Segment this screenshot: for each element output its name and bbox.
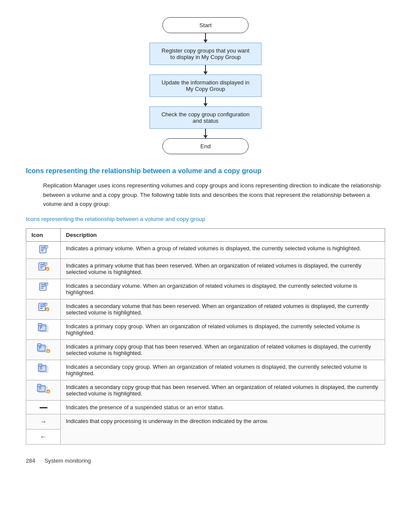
dash-symbol	[40, 407, 47, 408]
table-header-description: Description	[61, 228, 385, 241]
table-row: P Indicates a primary copy group. When a…	[26, 319, 385, 339]
svg-rect-15	[41, 284, 45, 285]
primary-volume-icon: P	[26, 241, 61, 258]
svg-text:P: P	[46, 246, 48, 249]
table-row: S R Indicates a secondary copy group tha…	[26, 380, 385, 400]
table-row-desc-9: Indicates the presence of a suspended st…	[61, 400, 385, 414]
icon-table: Icon Description P Indicates a primary v…	[26, 228, 385, 445]
end-node: End	[162, 138, 249, 154]
svg-text:R: R	[47, 308, 48, 311]
flow-step-2-label: Update the information displayed in My C…	[162, 79, 249, 92]
subsection-link[interactable]: Icons representing the relationship betw…	[26, 216, 385, 222]
table-row: P R Indicates a primary copy group that …	[26, 339, 385, 360]
svg-text:R: R	[47, 391, 49, 393]
svg-rect-1	[41, 247, 45, 248]
flow-step-3-label: Check the copy group configuration and s…	[162, 111, 250, 124]
svg-rect-21	[40, 305, 44, 305]
page-number: 284	[26, 457, 35, 464]
secondary-volume-reserved-icon: S R	[26, 299, 61, 319]
svg-rect-3	[41, 250, 44, 251]
flow-step-2: Update the information displayed in My C…	[149, 75, 262, 97]
footer: 284 System monitoring	[26, 457, 385, 464]
flow-step-1: Register copy groups that you want to di…	[149, 43, 262, 65]
secondary-copy-group-reserved-icon: S R	[26, 380, 61, 400]
flow-step-1-label: Register copy groups that you want to di…	[162, 47, 249, 60]
table-row-desc-5: Indicates a primary copy group. When an …	[61, 319, 385, 339]
svg-text:P: P	[45, 263, 47, 266]
svg-rect-22	[40, 306, 44, 307]
svg-rect-17	[41, 288, 44, 289]
table-row-desc-7: Indicates a secondary copy group. When a…	[61, 360, 385, 380]
table-row: S Indicates a secondary volume. When an …	[26, 279, 385, 299]
table-row: Indicates the presence of a suspended st…	[26, 400, 385, 414]
suspended-error-icon	[26, 400, 61, 414]
svg-rect-8	[40, 266, 44, 267]
table-row-desc-4: Indicates a secondary volume that has be…	[61, 299, 385, 319]
primary-copy-group-reserved-icon: P R	[26, 339, 61, 360]
flow-arrow-4	[205, 129, 206, 138]
table-row-desc-10: Indicates that copy processing is underw…	[61, 414, 385, 444]
table-row-desc-3: Indicates a secondary volume. When an or…	[61, 279, 385, 299]
table-header-icon: Icon	[26, 228, 61, 241]
table-row: → Indicates that copy processing is unde…	[26, 414, 385, 429]
table-row: S R Indicates a secondary volume that ha…	[26, 299, 385, 319]
arrow-left-symbol: ←	[40, 433, 47, 441]
start-node: Start	[162, 17, 249, 33]
flow-arrow-2	[205, 65, 206, 75]
table-row: S Indicates a secondary copy group. When…	[26, 360, 385, 380]
arrow-right-icon: →	[26, 414, 61, 429]
table-row-desc-6: Indicates a primary copy group that has …	[61, 339, 385, 360]
svg-rect-23	[40, 308, 43, 309]
table-row-desc-1: Indicates a primary volume. When a group…	[61, 241, 385, 258]
footer-section: System monitoring	[44, 457, 91, 464]
primary-volume-reserved-icon: P R	[26, 258, 61, 279]
secondary-copy-group-icon: S	[26, 360, 61, 380]
svg-rect-16	[41, 286, 45, 287]
svg-rect-2	[41, 249, 45, 249]
svg-rect-9	[40, 268, 43, 268]
arrow-left-icon: ←	[26, 429, 61, 444]
table-row-desc-8: Indicates a secondary copy group that ha…	[61, 380, 385, 400]
svg-text:S: S	[46, 283, 48, 286]
flowchart: Start Register copy groups that you want…	[26, 17, 385, 154]
section-body: Replication Manager uses icons represent…	[43, 181, 385, 209]
primary-copy-group-icon: P	[26, 319, 61, 339]
table-row: P R Indicates a primary volume that has …	[26, 258, 385, 279]
svg-text:R: R	[47, 350, 49, 353]
table-row-desc-2: Indicates a primary volume that has been…	[61, 258, 385, 279]
start-label: Start	[199, 22, 212, 28]
section-title: Icons representing the relationship betw…	[26, 167, 385, 175]
secondary-volume-icon: S	[26, 279, 61, 299]
arrow-right-symbol: →	[40, 418, 47, 426]
flow-arrow-1	[205, 33, 206, 43]
end-label: End	[200, 143, 211, 149]
flow-arrow-3	[205, 97, 206, 106]
table-row: P Indicates a primary volume. When a gro…	[26, 241, 385, 258]
flow-step-3: Check the copy group configuration and s…	[149, 106, 262, 129]
svg-text:R: R	[47, 268, 48, 271]
svg-rect-7	[40, 264, 44, 265]
svg-text:S: S	[45, 304, 47, 306]
